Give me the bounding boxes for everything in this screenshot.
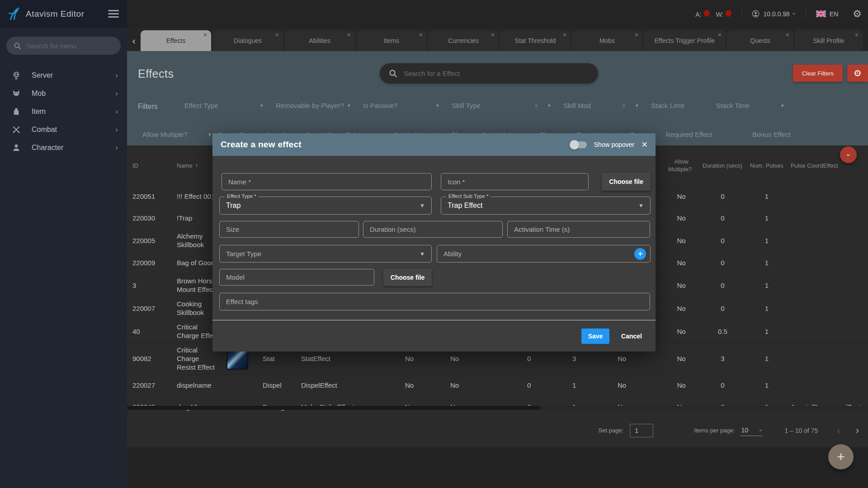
filter-field[interactable]: Is Passive? ▾ (358, 102, 446, 109)
filter-field[interactable]: Effect Type ▾ (179, 102, 270, 109)
tab[interactable]: Effects × (141, 30, 211, 51)
tab[interactable]: Quests × (727, 30, 793, 51)
ability-input[interactable] (437, 245, 650, 262)
table-row[interactable]: 220027dispelnameDispelDispelEffectNoNo01… (127, 374, 868, 396)
tab-label: Stat Threshold (515, 37, 556, 44)
tabs-scroll-right-icon[interactable]: › (863, 30, 868, 51)
modal-close-icon[interactable]: × (642, 140, 647, 149)
chevron-down-icon: › (791, 13, 798, 15)
filter-dropdown-icon[interactable]: = ▾ (534, 102, 558, 109)
effect-tags-input[interactable] (220, 293, 650, 310)
table-cell (787, 216, 868, 221)
effect-search-input[interactable] (404, 70, 576, 77)
server-selector[interactable]: 10.0.0.98 › (752, 10, 795, 18)
sidebar-item[interactable]: Server › (0, 66, 127, 84)
table-cell: 90082 (129, 352, 173, 366)
cancel-button[interactable]: Cancel (617, 328, 646, 344)
tab-close-icon[interactable]: × (786, 32, 789, 38)
tab[interactable]: Skill Profile × (795, 30, 863, 51)
tab-close-icon[interactable]: × (347, 32, 351, 38)
filter-field[interactable]: Stack Time ▾ (711, 102, 791, 109)
sidebar-item[interactable]: Mob › (0, 84, 127, 103)
table-cell: 1 (746, 278, 787, 292)
table-cell: 1 (746, 234, 787, 248)
name-input[interactable] (222, 174, 431, 190)
filter-dropdown-icon[interactable]: ▾ (347, 102, 358, 109)
tab[interactable]: Effects Trigger Profile × (644, 30, 726, 51)
model-choose-file-button[interactable]: Choose file (383, 268, 432, 286)
filter-dropdown-icon[interactable]: ▾ (260, 102, 270, 109)
create-effect-modal: Create a new effect Show popover × Choos… (212, 133, 656, 352)
tab-close-icon[interactable]: × (275, 32, 279, 38)
tab[interactable]: Dialogues × (212, 30, 283, 51)
table-row[interactable]: 220045dmg10DamageMeleeStrikeEffectNoNo01… (127, 396, 868, 413)
effect-sub-type-select[interactable]: Effect Sub Type * Trap Effect ▼ (441, 197, 651, 215)
sidebar-item[interactable]: Character › (0, 139, 127, 157)
menu-toggle-icon[interactable] (108, 8, 119, 19)
table-cell: 220009 (129, 256, 173, 270)
icon-input[interactable] (441, 174, 588, 190)
table-cell: 220051 (129, 189, 173, 203)
filter-field[interactable]: Skill Type = ▾ (446, 102, 558, 109)
icon-choose-file-button[interactable]: Choose file (602, 173, 651, 191)
filter-field[interactable]: Bonus Effect (747, 130, 815, 138)
filter-dropdown-icon[interactable]: ▾ (436, 102, 446, 109)
tab[interactable]: Stat Threshold × (500, 30, 571, 51)
tab[interactable]: Mobs × (572, 30, 642, 51)
set-page-input[interactable] (630, 424, 653, 437)
next-page-button[interactable]: › (856, 425, 859, 436)
filter-field[interactable]: Allow Multiple? ▾ (137, 130, 218, 138)
show-popover-toggle[interactable] (571, 141, 587, 148)
items-per-page-select[interactable]: 10 › (740, 425, 763, 436)
table-cell: No (664, 234, 699, 248)
column-header[interactable]: Allow Multiple? (664, 155, 699, 176)
tab[interactable]: Abilities × (284, 30, 355, 51)
add-ability-button[interactable]: + (634, 248, 646, 260)
effect-search[interactable] (380, 63, 598, 84)
modal-title: Create a new effect (221, 140, 302, 150)
horizontal-scrollbar-thumb[interactable] (127, 406, 540, 410)
sidebar-search[interactable] (6, 37, 121, 55)
filter-dropdown-icon[interactable]: = ▾ (622, 102, 646, 109)
filter-label: Stack Limit (651, 102, 684, 109)
table-settings-button[interactable]: ⚙ (847, 65, 868, 82)
target-type-select[interactable]: Target Type ▼ (219, 245, 432, 263)
add-effect-button[interactable]: + (828, 444, 854, 469)
settings-gear-icon[interactable]: ⚙ (853, 8, 862, 19)
model-input[interactable] (220, 269, 374, 285)
column-header[interactable]: Pulse CoordEffect (787, 159, 868, 172)
tab[interactable]: Items × (356, 30, 427, 51)
effect-type-select[interactable]: Effect Type * Trap ▼ (219, 197, 432, 215)
world-server-status: W: (716, 10, 732, 18)
tab[interactable]: Currencies × (428, 30, 499, 51)
size-input[interactable] (220, 221, 359, 237)
column-header[interactable]: ID (129, 159, 173, 172)
sidebar-item[interactable]: Item › (0, 103, 127, 121)
filter-field[interactable]: Required Effect (660, 130, 747, 138)
tab-close-icon[interactable]: × (203, 32, 207, 38)
tab-close-icon[interactable]: × (855, 32, 859, 38)
sidebar-search-input[interactable] (27, 42, 108, 50)
save-button[interactable]: Save (581, 328, 609, 344)
tab-close-icon[interactable]: × (419, 32, 423, 38)
filter-field[interactable]: Removable by Player? ▾ (270, 102, 358, 109)
tab-close-icon[interactable]: × (491, 32, 495, 38)
column-header[interactable]: Duration (secs) (699, 159, 746, 172)
duration-input[interactable] (363, 221, 502, 237)
tabs-scroll-left-icon[interactable]: ‹ (127, 30, 141, 51)
icon-field (441, 173, 589, 190)
clear-filters-button[interactable]: Clear Filters (793, 65, 843, 82)
filter-dropdown-icon[interactable]: ▾ (781, 102, 791, 109)
tab-close-icon[interactable]: × (635, 32, 638, 38)
tab-label: Currencies (448, 37, 479, 44)
scroll-down-button[interactable]: › (840, 146, 857, 163)
filter-field[interactable]: Skill Mod = ▾ (558, 102, 646, 109)
language-selector[interactable]: EN (816, 10, 838, 18)
activation-time-input[interactable] (508, 221, 650, 237)
sidebar-item[interactable]: Combat › (0, 121, 127, 139)
column-header[interactable]: Num. Pulses (746, 159, 787, 172)
filter-field[interactable]: Stack Limit (646, 102, 711, 109)
previous-page-button[interactable]: ‹ (837, 425, 840, 436)
tab-close-icon[interactable]: × (718, 32, 722, 38)
tab-close-icon[interactable]: × (563, 32, 566, 38)
